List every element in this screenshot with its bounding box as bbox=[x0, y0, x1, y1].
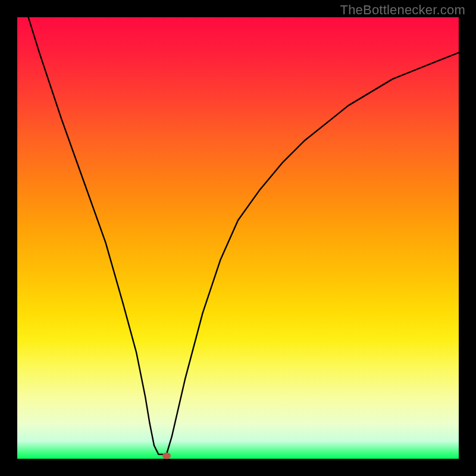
attribution-text: TheBottlenecker.com bbox=[340, 2, 465, 18]
chart-svg bbox=[17, 17, 459, 459]
chart-frame: TheBottlenecker.com bbox=[0, 0, 476, 476]
curve-minimum-marker bbox=[162, 452, 171, 459]
curve-path bbox=[29, 17, 459, 455]
plot-area bbox=[17, 17, 459, 459]
